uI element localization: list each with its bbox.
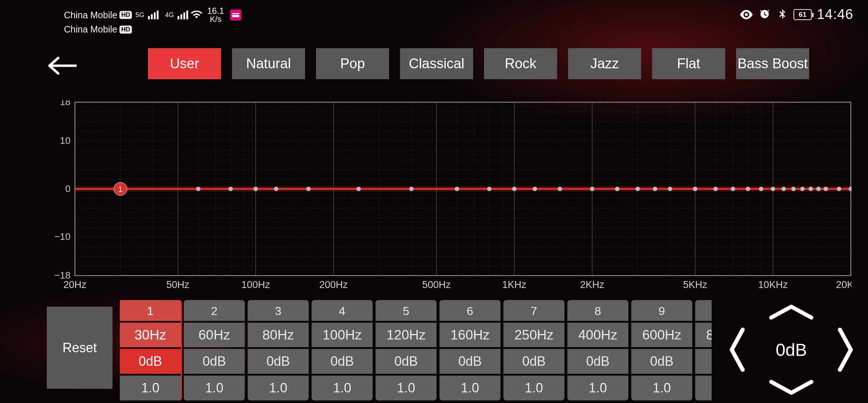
svg-text:200Hz: 200Hz — [319, 279, 348, 290]
eq-band-card[interactable]: 6160Hz0dB1.0 — [439, 300, 500, 400]
preset-label: Rock — [505, 56, 537, 72]
svg-point-100 — [808, 187, 813, 191]
band-prev-button[interactable] — [727, 326, 746, 373]
alarm-icon — [758, 8, 771, 21]
gain-up-button[interactable] — [768, 302, 815, 321]
preset-user[interactable]: User — [148, 48, 221, 79]
signal-bars-1 — [148, 11, 159, 19]
band-number-label: 7 — [503, 300, 564, 321]
band-freq-label: 600Hz — [631, 323, 692, 348]
preset-jazz[interactable]: Jazz — [568, 48, 641, 79]
band-q-label: 1.0 — [120, 376, 181, 400]
signal-bars-2 — [178, 11, 188, 19]
wifi-icon — [190, 8, 203, 23]
band-q-label: 1.0 — [184, 376, 245, 400]
status-bar: China Mobile HD 5G 4G 16.1 K/s China Mob… — [0, 7, 868, 27]
preset-natural[interactable]: Natural — [232, 48, 305, 79]
band-q-label: 1.0 — [439, 376, 500, 400]
hd-badge-2: HD — [119, 26, 132, 34]
network-type-1: 5G — [136, 11, 144, 19]
svg-text:18: 18 — [60, 100, 71, 107]
preset-rock[interactable]: Rock — [484, 48, 557, 79]
svg-point-82 — [487, 187, 491, 191]
band-gain-label: 0dB — [376, 349, 437, 374]
svg-text:20KHz: 20KHz — [836, 279, 852, 290]
preset-label: Jazz — [590, 56, 619, 72]
eq-band-card[interactable]: 7250Hz0dB1.0 — [503, 300, 564, 400]
preset-pop[interactable]: Pop — [316, 48, 389, 79]
svg-point-79 — [357, 187, 361, 191]
preset-label: Pop — [340, 56, 365, 72]
svg-point-99 — [800, 187, 805, 191]
svg-point-85 — [558, 187, 562, 191]
band-q-label: 1.0 — [503, 376, 564, 400]
reset-button-label: Reset — [62, 340, 97, 356]
svg-point-96 — [771, 187, 775, 191]
back-button[interactable] — [47, 51, 77, 82]
svg-point-84 — [533, 187, 537, 191]
preset-classical[interactable]: Classical — [400, 48, 473, 79]
reset-button[interactable]: Reset — [47, 307, 113, 389]
svg-point-75 — [228, 187, 233, 191]
svg-point-101 — [816, 187, 821, 191]
eq-band-card[interactable]: 10800Hz0dB1.0 — [695, 300, 712, 400]
eq-chart[interactable]: 18100−10−1820Hz50Hz100Hz200Hz500Hz1KHz2K… — [53, 100, 852, 294]
svg-text:5KHz: 5KHz — [683, 279, 707, 290]
eq-preset-tabs: UserNaturalPopClassicalRockJazzFlatBass … — [148, 48, 868, 81]
svg-text:500Hz: 500Hz — [422, 279, 451, 290]
band-number-label: 2 — [184, 300, 245, 321]
band-gain-label: 0dB — [695, 349, 712, 374]
eq-band-card[interactable]: 4100Hz0dB1.0 — [312, 300, 373, 400]
svg-point-95 — [759, 187, 763, 191]
preset-flat[interactable]: Flat — [652, 48, 725, 79]
band-freq-label: 30Hz — [120, 323, 181, 348]
band-freq-label: 400Hz — [567, 323, 628, 348]
svg-point-77 — [274, 187, 278, 191]
band-gain-label: 0dB — [312, 349, 373, 374]
eq-band-list[interactable]: 130Hz0dB1.0260Hz0dB1.0380Hz0dB1.04100Hz0… — [120, 300, 712, 400]
svg-text:−10: −10 — [54, 231, 71, 242]
band-number-label: 4 — [312, 300, 373, 321]
band-gain-label: 0dB — [631, 349, 692, 374]
svg-point-83 — [512, 187, 517, 191]
svg-text:1: 1 — [118, 185, 123, 194]
band-freq-label: 250Hz — [503, 323, 564, 348]
svg-point-94 — [746, 187, 750, 191]
band-next-button[interactable] — [836, 326, 855, 373]
notification-app-icon — [230, 9, 241, 20]
carrier-1-label: China Mobile — [64, 10, 117, 20]
band-freq-label: 160Hz — [439, 323, 500, 348]
eq-band-card[interactable]: 8400Hz0dB1.0 — [567, 300, 628, 400]
network-speed-unit: K/s — [210, 15, 221, 23]
bluetooth-icon — [776, 8, 788, 21]
preset-bass-boost[interactable]: Bass Boost — [736, 48, 809, 79]
preset-label: Bass Boost — [738, 56, 808, 72]
preset-label: Natural — [246, 56, 291, 72]
band-freq-label: 120Hz — [376, 323, 437, 348]
eq-band-card[interactable]: 130Hz0dB1.0 — [120, 300, 181, 400]
eq-band-card[interactable]: 9600Hz0dB1.0 — [631, 300, 692, 400]
preset-label: Classical — [409, 56, 464, 72]
svg-text:100Hz: 100Hz — [241, 279, 270, 290]
svg-point-74 — [196, 187, 201, 191]
eq-band-card[interactable]: 260Hz0dB1.0 — [184, 300, 245, 400]
svg-point-86 — [590, 187, 594, 191]
band-gain-label: 0dB — [248, 349, 309, 374]
band-number-label: 8 — [567, 300, 628, 321]
eq-band-card[interactable]: 5120Hz0dB1.0 — [376, 300, 437, 400]
hd-badge-1: HD — [119, 11, 132, 19]
band-freq-label: 800Hz — [695, 323, 712, 348]
gain-down-button[interactable] — [768, 378, 815, 397]
band-freq-label: 60Hz — [184, 323, 245, 348]
band-gain-label: 0dB — [184, 349, 245, 374]
band-q-label: 1.0 — [567, 376, 628, 400]
svg-point-80 — [409, 187, 414, 191]
band-number-label: 6 — [439, 300, 500, 321]
svg-point-103 — [837, 187, 841, 191]
band-gain-label: 0dB — [439, 349, 500, 374]
svg-point-90 — [668, 187, 672, 191]
svg-point-102 — [823, 187, 828, 191]
band-number-label: 5 — [376, 300, 437, 321]
eq-band-card[interactable]: 380Hz0dB1.0 — [248, 300, 309, 400]
svg-point-97 — [781, 187, 786, 191]
